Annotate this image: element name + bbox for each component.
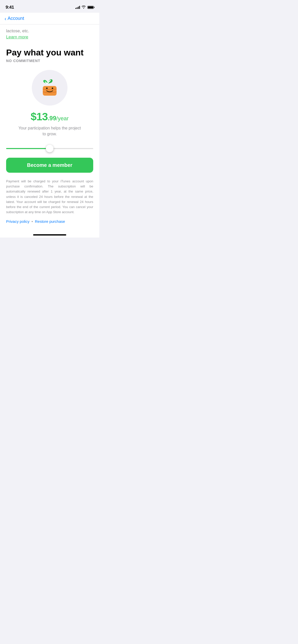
- back-button[interactable]: ‹ Account: [5, 16, 95, 21]
- price-slider-container: [6, 143, 93, 158]
- home-bar: [33, 234, 66, 236]
- price-container: $13.99/year: [6, 111, 93, 123]
- back-chevron-icon: ‹: [5, 16, 6, 21]
- mascot-circle: [32, 70, 67, 106]
- status-time: 9:41: [6, 5, 14, 10]
- mascot-icon: [38, 76, 61, 99]
- price-slider[interactable]: [6, 148, 93, 149]
- home-indicator: [0, 231, 99, 238]
- no-commitment-label: NO COMMITMENT: [6, 59, 93, 63]
- legal-text: Payment will be charged to your iTunes a…: [6, 179, 93, 215]
- become-member-button[interactable]: Become a member: [6, 158, 93, 173]
- mascot-container: [6, 70, 93, 106]
- subtitle-text: lactose, etc.: [6, 24, 93, 35]
- svg-point-2: [52, 87, 53, 89]
- status-bar: 9:41: [0, 0, 99, 13]
- status-icons: [75, 5, 94, 9]
- signal-bars-icon: [75, 6, 80, 9]
- price-description: Your participation helps the projectto g…: [6, 125, 93, 137]
- price-cents: .99: [48, 115, 56, 122]
- pay-title: Pay what you want: [6, 48, 93, 57]
- price-main: $13: [31, 111, 48, 123]
- price-period: /year: [56, 115, 69, 122]
- svg-point-1: [46, 87, 48, 89]
- footer-dot: •: [32, 219, 33, 224]
- back-label: Account: [8, 16, 24, 21]
- battery-icon: [87, 6, 94, 9]
- nav-bar: ‹ Account: [0, 13, 99, 24]
- footer-links: Privacy policy • Restore purchase: [6, 219, 93, 224]
- learn-more-link[interactable]: Learn more: [6, 35, 28, 46]
- svg-rect-0: [43, 86, 57, 96]
- main-content: lactose, etc. Learn more Pay what you wa…: [0, 24, 99, 231]
- wifi-icon: [82, 5, 86, 9]
- privacy-policy-link[interactable]: Privacy policy: [6, 219, 30, 224]
- restore-purchase-link[interactable]: Restore purchase: [35, 219, 65, 224]
